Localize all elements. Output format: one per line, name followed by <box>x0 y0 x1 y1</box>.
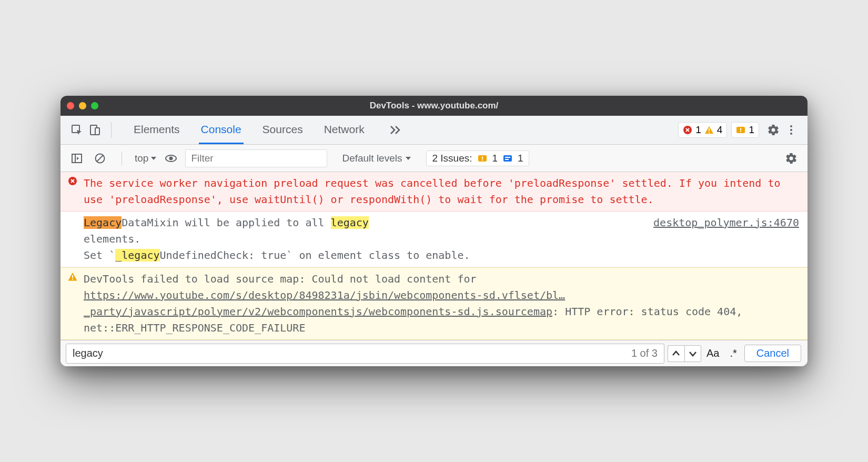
source-link[interactable]: desktop_polymer.js:4670 <box>653 215 799 231</box>
log-text-fragment: Set ` <box>84 249 115 262</box>
console-settings-gear-icon[interactable] <box>782 149 800 167</box>
find-count: 1 of 3 <box>631 347 658 359</box>
panel-tabs: Elements Console Sources Network <box>132 116 674 144</box>
svg-rect-22 <box>505 157 510 158</box>
search-highlight-current: Legacy <box>84 216 122 229</box>
context-label: top <box>135 153 148 164</box>
find-cancel-button[interactable]: Cancel <box>744 345 801 362</box>
svg-rect-20 <box>482 159 483 160</box>
svg-rect-5 <box>709 132 710 133</box>
inspect-element-icon[interactable] <box>68 121 86 139</box>
main-toolbar: Elements Console Sources Network 1 4 1 <box>60 116 808 145</box>
filter-input[interactable] <box>185 149 327 167</box>
levels-dropdown[interactable]: Default levels <box>342 153 411 164</box>
chevron-down-icon <box>150 155 157 162</box>
issue-breaking-icon <box>736 125 745 135</box>
window-title: DevTools - www.youtube.com/ <box>60 101 808 111</box>
context-selector[interactable]: top <box>135 153 157 164</box>
find-input[interactable] <box>73 347 631 359</box>
regex-toggle[interactable]: .* <box>730 347 736 359</box>
find-bar: 1 of 3 Aa .* Cancel <box>60 340 808 366</box>
svg-rect-19 <box>482 156 483 159</box>
toggle-sidebar-icon[interactable] <box>68 149 86 167</box>
svg-point-10 <box>790 129 792 131</box>
settings-gear-icon[interactable] <box>764 121 782 139</box>
issues-pill-top[interactable]: 1 <box>731 122 759 138</box>
issues-breaking-count: 1 <box>492 153 498 164</box>
svg-rect-21 <box>503 155 512 162</box>
more-tabs-icon[interactable] <box>390 125 401 135</box>
clear-console-icon[interactable] <box>91 149 109 167</box>
chevron-down-icon <box>405 155 411 162</box>
console-row-error[interactable]: The service worker navigation preload re… <box>60 172 808 212</box>
issue-breaking-icon <box>478 154 487 163</box>
log-text-fragment: UndefinedCheck: true` on element class t… <box>160 249 470 262</box>
log-text-fragment: DataMixin will be applied to all <box>122 216 330 229</box>
log-text-fragment: elements. <box>84 233 140 245</box>
devtools-window: DevTools - www.youtube.com/ Elements Con… <box>60 96 808 366</box>
error-count: 1 <box>695 124 701 136</box>
error-icon <box>683 125 692 135</box>
warning-icon <box>704 125 714 135</box>
find-input-wrapper[interactable]: 1 of 3 <box>66 344 664 364</box>
svg-rect-2 <box>95 128 99 135</box>
issues-info-count: 1 <box>518 153 523 164</box>
kebab-menu-icon[interactable] <box>782 121 800 139</box>
issues-pill[interactable]: 2 Issues: 1 1 <box>426 150 529 166</box>
tab-network[interactable]: Network <box>322 116 367 144</box>
search-highlight: _legacy <box>115 249 159 262</box>
svg-point-11 <box>790 133 792 135</box>
live-expression-icon[interactable] <box>162 149 180 167</box>
svg-point-17 <box>169 156 173 160</box>
issue-breaking-count: 1 <box>749 124 754 136</box>
error-message-text: The service worker navigation preload re… <box>84 177 781 206</box>
svg-rect-23 <box>505 159 509 160</box>
warning-link[interactable]: https://www.youtube.com/s/desktop/849823… <box>84 289 565 318</box>
find-next-button[interactable] <box>684 345 701 362</box>
device-toggle-icon[interactable] <box>86 121 104 139</box>
console-body: The service worker navigation preload re… <box>60 172 808 340</box>
match-case-toggle[interactable]: Aa <box>706 347 719 359</box>
issues-label: 2 Issues: <box>432 153 472 164</box>
error-icon <box>68 176 77 186</box>
levels-label: Default levels <box>342 153 402 164</box>
chevron-down-icon <box>689 350 697 357</box>
console-row-log[interactable]: desktop_polymer.js:4670 LegacyDataMixin … <box>60 212 808 267</box>
warning-text-prefix: DevTools failed to load source map: Coul… <box>84 273 477 285</box>
console-toolbar: top Default levels 2 Issues: 1 1 <box>60 145 808 172</box>
errors-warnings-pill[interactable]: 1 4 <box>678 122 727 138</box>
warning-count: 4 <box>717 124 723 136</box>
svg-line-15 <box>97 155 103 162</box>
search-highlight: legacy <box>331 216 369 229</box>
svg-point-9 <box>790 125 792 127</box>
svg-rect-7 <box>740 128 741 131</box>
console-row-warning[interactable]: DevTools failed to load source map: Coul… <box>60 267 808 340</box>
minimize-window-button[interactable] <box>79 102 86 109</box>
close-window-button[interactable] <box>67 102 74 109</box>
tab-elements[interactable]: Elements <box>132 116 182 144</box>
svg-rect-25 <box>72 275 73 278</box>
issue-info-icon <box>503 154 512 163</box>
divider <box>111 122 112 138</box>
tab-console[interactable]: Console <box>199 116 244 144</box>
titlebar: DevTools - www.youtube.com/ <box>60 96 808 116</box>
traffic-lights <box>67 102 98 109</box>
chevron-up-icon <box>672 350 680 357</box>
find-prev-button[interactable] <box>668 345 684 362</box>
warning-icon <box>68 272 77 282</box>
svg-rect-8 <box>740 131 741 132</box>
status-pills: 1 4 1 <box>678 122 759 138</box>
divider <box>122 152 122 165</box>
svg-rect-4 <box>709 128 710 131</box>
tab-sources[interactable]: Sources <box>260 116 305 144</box>
svg-rect-26 <box>72 279 73 280</box>
maximize-window-button[interactable] <box>91 102 98 109</box>
